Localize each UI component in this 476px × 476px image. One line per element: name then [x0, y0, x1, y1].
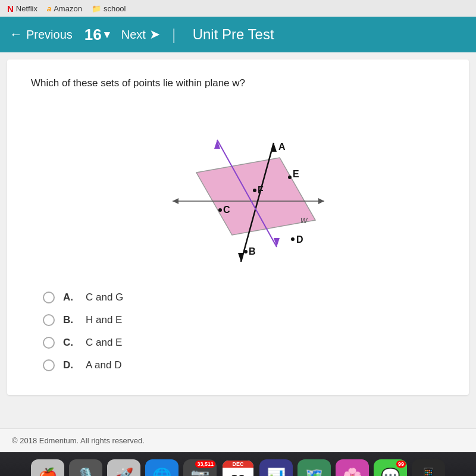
dock-messages[interactable]: 💬 99: [374, 459, 407, 476]
svg-text:A: A: [278, 142, 286, 152]
answer-choices: A. C and G B. H and E C. C and E D. A an…: [31, 292, 445, 371]
dock-photos[interactable]: 📷 33,511: [183, 459, 217, 476]
choice-label-c: C.: [63, 337, 77, 349]
choice-label-d: D.: [63, 359, 77, 371]
svg-point-14: [253, 189, 256, 192]
netflix-icon: N: [7, 4, 14, 14]
diagram-container: A E F C w B: [31, 107, 445, 274]
left-arrow-icon: ←: [10, 27, 23, 42]
photos-icon: 📷: [190, 467, 209, 477]
calendar-day: 20: [223, 468, 253, 476]
calendar-month: DEC: [223, 461, 253, 468]
calendar-widget: DEC 20: [223, 461, 253, 476]
photos-badge: 33,511: [195, 461, 215, 468]
radio-c[interactable]: [43, 337, 55, 349]
svg-text:B: B: [249, 246, 256, 256]
dock-finder[interactable]: 🍎: [31, 459, 64, 476]
school-tab[interactable]: 📁 school: [92, 4, 126, 13]
svg-marker-5: [271, 143, 277, 152]
svg-text:E: E: [293, 169, 299, 179]
browser-bar: N Netflix a Amazon 📁 school: [0, 0, 476, 17]
folder-icon: 📁: [92, 4, 101, 13]
right-arrow-icon: ➤: [149, 27, 160, 42]
nav-divider: |: [172, 26, 176, 44]
svg-text:F: F: [258, 185, 264, 195]
dock-files[interactable]: 📊: [259, 459, 293, 476]
choice-text-b: H and E: [86, 314, 122, 326]
radio-d[interactable]: [43, 359, 55, 371]
amazon-label: Amazon: [54, 4, 82, 13]
chevron-down-icon: ▾: [104, 28, 109, 41]
svg-point-12: [288, 176, 292, 179]
maps-icon: 🗺️: [305, 467, 324, 477]
svg-text:w: w: [300, 215, 308, 225]
amazon-tab[interactable]: a Amazon: [47, 4, 82, 13]
siri-icon: 🎙️: [76, 467, 95, 477]
finder-icon: 🍎: [38, 467, 57, 477]
iphone-icon: 📱: [419, 467, 438, 477]
dock-iphone[interactable]: 📱: [412, 459, 445, 476]
page-title: Unit Pre Test: [193, 26, 274, 43]
geometry-diagram: A E F C w B: [149, 107, 327, 274]
messages-icon: 💬: [381, 467, 400, 477]
safari-icon: 🌐: [152, 467, 171, 477]
radio-a[interactable]: [43, 292, 55, 303]
previous-label: Previous: [26, 28, 73, 42]
launchpad-icon: 🚀: [114, 467, 133, 477]
dock-launchpad[interactable]: 🚀: [107, 459, 140, 476]
next-label: Next: [121, 28, 146, 42]
svg-marker-6: [238, 253, 244, 262]
next-button[interactable]: Next ➤: [121, 27, 160, 42]
page-number-display: 16 ▾: [84, 26, 109, 44]
choice-text-a: C and G: [86, 292, 123, 303]
choice-label-a: A.: [63, 292, 77, 303]
footer: © 2018 Edmentum. All rights reserved.: [0, 428, 476, 452]
choice-row-c[interactable]: C. C and E: [43, 337, 445, 349]
netflix-label: Netflix: [16, 4, 37, 13]
question-text: Which of these sets of points lie within…: [31, 77, 445, 89]
page-number: 16: [84, 26, 102, 44]
previous-button[interactable]: ← Previous: [10, 27, 73, 42]
dock-photos2[interactable]: 🌸: [336, 459, 369, 476]
svg-marker-2: [318, 198, 324, 204]
choice-row-b[interactable]: B. H and E: [43, 314, 445, 326]
choice-label-b: B.: [63, 314, 77, 326]
dock-siri[interactable]: 🎙️: [69, 459, 102, 476]
choice-text-d: A and D: [86, 359, 122, 371]
copyright-text: © 2018 Edmentum. All rights reserved.: [12, 436, 145, 445]
svg-marker-3: [173, 198, 178, 204]
dock-calendar[interactable]: DEC 20: [221, 459, 255, 476]
dock-maps[interactable]: 🗺️: [298, 459, 331, 476]
choice-text-c: C and E: [86, 337, 122, 349]
netflix-tab[interactable]: N Netflix: [7, 4, 37, 14]
svg-point-19: [244, 250, 248, 253]
svg-point-21: [291, 237, 295, 241]
choice-row-d[interactable]: D. A and D: [43, 359, 445, 371]
nav-bar: ← Previous 16 ▾ Next ➤ | Unit Pre Test: [0, 17, 476, 52]
svg-text:D: D: [296, 234, 303, 245]
amazon-icon: a: [47, 4, 51, 13]
files-icon: 📊: [267, 467, 286, 477]
content-area: Which of these sets of points lie within…: [0, 52, 476, 428]
radio-b[interactable]: [43, 314, 55, 326]
svg-point-16: [218, 208, 222, 212]
messages-badge: 99: [396, 461, 406, 468]
photos2-icon: 🌸: [343, 467, 362, 477]
question-card: Which of these sets of points lie within…: [7, 60, 469, 395]
school-label: school: [104, 4, 126, 13]
choice-row-a[interactable]: A. C and G: [43, 292, 445, 303]
dock-safari[interactable]: 🌐: [145, 459, 178, 476]
svg-text:C: C: [223, 205, 230, 215]
dock: 🍎 🎙️ 🚀 🌐 📷 33,511 DEC 20 📊 🗺️ 🌸 💬 99 📱: [0, 452, 476, 476]
